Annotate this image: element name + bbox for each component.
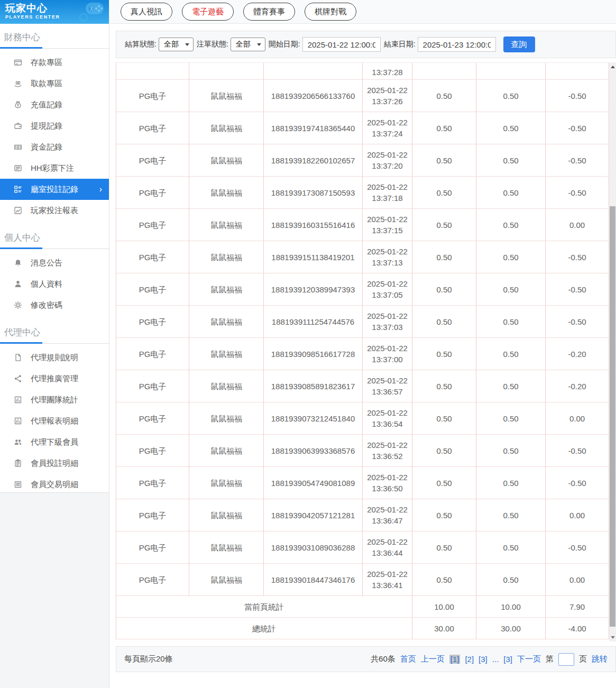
- scrollbar-thumb[interactable]: [610, 206, 615, 627]
- search-button[interactable]: 查詢: [503, 36, 535, 52]
- user-icon: [14, 280, 22, 288]
- jump-button[interactable]: 跳转: [592, 654, 608, 664]
- jump-suffix-label: 页: [579, 654, 587, 664]
- cell-win-loss: -0.50: [546, 144, 609, 177]
- sidebar-item-bank-card[interactable]: 存款專區 ›: [0, 52, 109, 73]
- sidebar-item-label: 代理下級會員: [31, 437, 78, 447]
- table-row: PG电子 鼠鼠福福 1881939197418365440 2025-01-22…: [116, 112, 609, 144]
- pager: 共60条 首页上一页[1][2][3]...[3]下一页 第 页 跳转: [371, 653, 608, 666]
- pagination-link[interactable]: 上一页: [421, 654, 445, 664]
- cell-member: 鼠鼠福福: [189, 112, 264, 144]
- cell-valid-bet: 0.50: [476, 273, 546, 306]
- cell-win-loss: -0.50: [546, 435, 609, 467]
- tab-3[interactable]: 體育賽事: [243, 3, 295, 21]
- cell-member: 鼠鼠福福: [189, 241, 264, 273]
- sidebar-item-document[interactable]: 代理規則說明 ›: [0, 347, 109, 368]
- tab-4[interactable]: 棋牌對戰: [305, 3, 356, 21]
- sidebar-item-cash-hand[interactable]: 取款專區 ›: [0, 73, 109, 94]
- summary-bet: 10.00: [412, 596, 476, 618]
- cell-date-line: 2025-01-22: [367, 536, 408, 547]
- sidebar-item-room-grid[interactable]: 廳室投註記錄 ›: [0, 179, 109, 200]
- pagination-link[interactable]: [3]: [503, 655, 512, 664]
- tab-1[interactable]: 真人視訊: [121, 3, 172, 21]
- sidebar-item-label: 提現記錄: [31, 121, 62, 131]
- cell-bet-amount: 0.50: [412, 306, 476, 338]
- cell-time-line: 13:37:15: [372, 225, 402, 236]
- cell-win-loss: -0.50: [546, 467, 609, 499]
- cell-win-loss: -0.50: [546, 273, 609, 306]
- section-divider: [0, 343, 109, 344]
- end-date-input[interactable]: [418, 37, 496, 52]
- scroll-down-arrow[interactable]: [609, 634, 616, 641]
- jump-page-input[interactable]: [558, 653, 574, 666]
- cell-win-loss: -0.20: [546, 338, 609, 370]
- cell-time-line: 13:37:03: [372, 322, 402, 333]
- sidebar-item-label: 消息公告: [31, 258, 62, 268]
- sidebar-section: 代理中心 代理規則說明 › 代理推廣管理 › 代理團隊統計 › 代理報表明細 ›…: [0, 326, 109, 498]
- sidebar-item-banknote[interactable]: 資金記錄 ›: [0, 136, 109, 158]
- cell-bet-amount: 0.50: [412, 80, 476, 112]
- sidebar-menu: 代理規則說明 › 代理推廣管理 › 代理團隊統計 › 代理報表明細 › 代理下級…: [0, 344, 109, 498]
- sidebar-footer-area: [0, 492, 109, 688]
- cell-valid-bet: 0.50: [476, 306, 546, 338]
- sidebar-item-share[interactable]: 代理推廣管理 ›: [0, 368, 109, 389]
- list-box-icon: [14, 480, 22, 489]
- cell-valid-bet: 0.50: [476, 144, 546, 177]
- sidebar-item-chart-doc[interactable]: 代理報表明細 ›: [0, 410, 109, 432]
- cell-bet-amount: 0.50: [412, 273, 476, 306]
- gamepad-icon: [78, 2, 106, 24]
- cell-time: 2025-01-22 13:36:44: [363, 531, 412, 564]
- sidebar-item-money-bag[interactable]: 充值記錄 ›: [0, 94, 109, 115]
- cell-time-line: 13:36:50: [372, 483, 402, 494]
- cell-bet-amount: 0.50: [412, 564, 476, 596]
- table-row: PG电子 鼠鼠福福 1881939151138419201 2025-01-22…: [116, 241, 609, 273]
- cell-time: 13:37:28: [363, 63, 412, 80]
- sidebar-item-report-chart[interactable]: 玩家投注報表 ›: [0, 200, 109, 221]
- order-status-select[interactable]: 全部: [231, 38, 265, 51]
- sidebar-item-ticket-list[interactable]: HH彩票下注 ›: [0, 158, 109, 179]
- cell-time: 2025-01-22 13:37:18: [363, 177, 412, 209]
- sidebar-item-label: HH彩票下注: [31, 163, 74, 173]
- sidebar-item-bell[interactable]: 消息公告 ›: [0, 252, 109, 273]
- table-body: PG电子 鼠鼠福福 1881939206566133760 2025-01-22…: [116, 80, 609, 596]
- cell-order-id: 1881939160315516416: [264, 209, 363, 241]
- ticket-list-icon: [14, 164, 22, 172]
- sidebar-item-gear[interactable]: 修改密碼 ›: [0, 295, 109, 316]
- sidebar-item-wallet[interactable]: 提現記錄 ›: [0, 115, 109, 136]
- pagination-link[interactable]: ...: [492, 655, 499, 664]
- sidebar-menu: 消息公告 › 個人資料 › 修改密碼 ›: [0, 249, 109, 319]
- chevron-right-icon: ›: [99, 185, 102, 194]
- sidebar-section-title: 個人中心: [4, 232, 109, 244]
- settle-status-select[interactable]: 全部: [159, 38, 194, 51]
- cell-order-id: 1881939073212451840: [264, 402, 363, 435]
- pagination-link[interactable]: [3]: [479, 655, 488, 664]
- cell-time: 2025-01-22 13:36:47: [363, 499, 412, 531]
- cell-date-line: 2025-01-22: [367, 310, 408, 322]
- page-size-text: 每頁顯示20條: [124, 654, 173, 664]
- sidebar-item-users[interactable]: 代理下級會員 ›: [0, 432, 109, 453]
- sidebar-item-clipboard[interactable]: 會員投註明細 ›: [0, 453, 109, 474]
- table-row: PG电子 鼠鼠福福 1881939120389947393 2025-01-22…: [116, 273, 609, 306]
- sidebar-item-chart-doc[interactable]: 代理團隊統計 ›: [0, 389, 109, 410]
- start-date-input[interactable]: [302, 37, 381, 52]
- cell-member: 鼠鼠福福: [189, 306, 264, 338]
- cell-date-line: 2025-01-22: [367, 375, 408, 386]
- cell-bet-amount: 0.50: [412, 370, 476, 402]
- tab-2-active[interactable]: 電子遊藝: [182, 3, 234, 21]
- sidebar-item-list-box[interactable]: 會員交易明細 ›: [0, 474, 109, 495]
- cell-win-loss: 0.00: [546, 499, 609, 531]
- scroll-up-arrow[interactable]: [609, 63, 616, 70]
- sidebar-item-user[interactable]: 個人資料 ›: [0, 273, 109, 295]
- pagination-link[interactable]: 下一页: [517, 654, 541, 664]
- cell-win-loss: -0.50: [546, 241, 609, 273]
- vertical-scrollbar[interactable]: [609, 62, 616, 641]
- cell-time: 2025-01-22 13:37:13: [363, 241, 412, 273]
- pagination-link[interactable]: [2]: [465, 655, 474, 664]
- summary-bet: 30.00: [412, 618, 476, 639]
- table-row: PG电子 鼠鼠福福 1881939111254744576 2025-01-22…: [116, 306, 609, 338]
- pagination-current-page[interactable]: [1]: [449, 655, 461, 664]
- sidebar-sections: 財務中心 存款專區 › 取款專區 › 充值記錄 › 提現記錄 › 資金記錄 › …: [0, 31, 109, 498]
- sidebar-item-label: 充值記錄: [31, 100, 62, 110]
- pagination-link[interactable]: 首页: [400, 654, 416, 664]
- cell-valid-bet: 0.50: [476, 241, 546, 273]
